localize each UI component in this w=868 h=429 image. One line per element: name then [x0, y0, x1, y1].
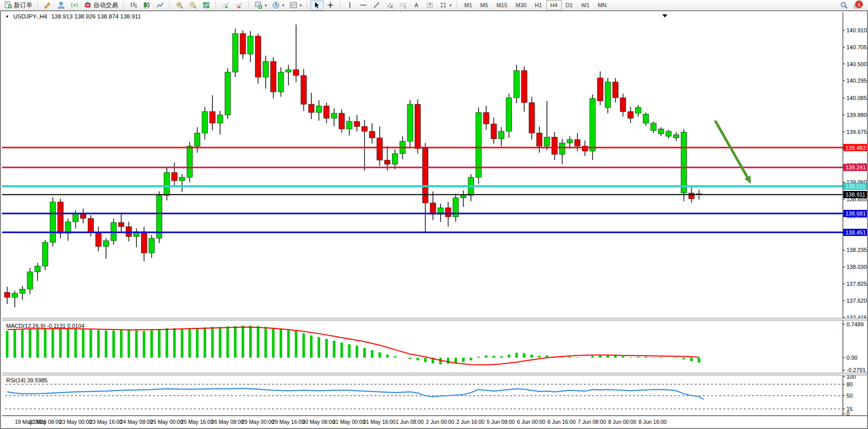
- candle-body[interactable]: [483, 112, 489, 124]
- candle-body[interactable]: [95, 232, 101, 246]
- candle-body[interactable]: [43, 242, 48, 266]
- trendline-button[interactable]: [370, 0, 383, 10]
- annotation-arrow[interactable]: [715, 121, 748, 179]
- candle-body[interactable]: [65, 222, 71, 233]
- crosshair-button[interactable]: [324, 0, 337, 10]
- templates-button[interactable]: ▾: [287, 0, 304, 10]
- fibonacci-button[interactable]: F: [397, 0, 410, 10]
- zoom-in-button[interactable]: [173, 0, 186, 10]
- candle-body[interactable]: [187, 146, 192, 178]
- candle-body[interactable]: [688, 193, 694, 199]
- candle-body[interactable]: [658, 129, 664, 134]
- market-watch-button[interactable]: [54, 0, 68, 10]
- new-order-button[interactable]: 新订单: [2, 0, 35, 10]
- cursor-button[interactable]: [310, 0, 324, 10]
- candle-body[interactable]: [666, 131, 672, 136]
- zoom-out-button[interactable]: [186, 0, 200, 10]
- candle-body[interactable]: [354, 122, 360, 127]
- candle-body[interactable]: [119, 223, 124, 227]
- candle-body[interactable]: [19, 289, 25, 293]
- timeframe-m30-button[interactable]: M30: [511, 0, 530, 10]
- candle-body[interactable]: [301, 75, 306, 104]
- algo-trading-button[interactable]: 自动交易: [81, 0, 121, 10]
- candle-body[interactable]: [613, 82, 618, 98]
- candle-body[interactable]: [172, 172, 177, 181]
- timeframe-mn-button[interactable]: MN: [594, 0, 610, 10]
- candle-body[interactable]: [293, 70, 299, 75]
- candle-body[interactable]: [567, 140, 573, 143]
- candle-body[interactable]: [217, 115, 223, 123]
- candle-body[interactable]: [270, 62, 276, 92]
- text-label-button[interactable]: T: [423, 0, 437, 10]
- candle-body[interactable]: [445, 208, 451, 217]
- candle-body[interactable]: [636, 108, 641, 113]
- price-chart-canvas[interactable]: 140.910140.705140.500140.295140.085139.8…: [1, 11, 867, 428]
- main-panel[interactable]: [2, 14, 843, 307]
- candles-layer[interactable]: [5, 25, 702, 307]
- candle-body[interactable]: [286, 70, 291, 72]
- candle-body[interactable]: [529, 103, 535, 133]
- candle-body[interactable]: [346, 122, 352, 129]
- candle-body[interactable]: [232, 33, 238, 72]
- candle-body[interactable]: [316, 106, 322, 112]
- timeframe-m5-button[interactable]: M5: [476, 0, 492, 10]
- collapse-icon[interactable]: ▼: [5, 14, 9, 19]
- candle-body[interactable]: [339, 113, 345, 129]
- candle-body[interactable]: [362, 126, 367, 131]
- panel-splitter[interactable]: [2, 318, 867, 320]
- profiles-button[interactable]: ▾: [269, 0, 287, 10]
- candle-body[interactable]: [628, 112, 634, 119]
- candle-body[interactable]: [12, 293, 17, 297]
- horizontal-line-button[interactable]: [357, 0, 370, 10]
- notification-button[interactable]: 1: [854, 2, 863, 9]
- bars-chart-button[interactable]: [127, 0, 140, 10]
- timeframe-w1-button[interactable]: W1: [577, 0, 594, 10]
- candle-body[interactable]: [73, 213, 78, 222]
- line-chart-button[interactable]: [153, 0, 167, 10]
- candle-body[interactable]: [674, 134, 679, 138]
- candle-body[interactable]: [407, 104, 413, 141]
- candle-body[interactable]: [141, 231, 147, 253]
- candle-body[interactable]: [210, 112, 215, 123]
- candle-body[interactable]: [377, 138, 383, 160]
- tile-windows-button[interactable]: [200, 0, 213, 10]
- timeframe-h1-button[interactable]: H1: [530, 0, 546, 10]
- candle-body[interactable]: [461, 196, 466, 198]
- candle-body[interactable]: [278, 72, 284, 92]
- signals-button[interactable]: [68, 0, 81, 10]
- candle-body[interactable]: [57, 202, 63, 233]
- candle-body[interactable]: [5, 292, 10, 298]
- channel-button[interactable]: E: [383, 0, 397, 10]
- candle-body[interactable]: [308, 104, 314, 112]
- candle-body[interactable]: [202, 112, 208, 133]
- text-button[interactable]: A: [410, 0, 423, 10]
- candle-body[interactable]: [605, 82, 610, 108]
- candle-body[interactable]: [650, 123, 656, 130]
- candle-body[interactable]: [385, 160, 390, 164]
- candle-body[interactable]: [537, 133, 542, 146]
- auto-scroll-button[interactable]: [219, 0, 232, 10]
- candle-body[interactable]: [430, 203, 436, 214]
- timeframe-d1-button[interactable]: D1: [562, 0, 577, 10]
- candle-body[interactable]: [88, 219, 94, 232]
- candle-body[interactable]: [194, 133, 200, 146]
- chart-shift-marker[interactable]: [662, 14, 667, 17]
- candle-body[interactable]: [324, 106, 329, 118]
- candle-body[interactable]: [643, 114, 648, 123]
- candle-body[interactable]: [248, 36, 253, 54]
- macd-panel[interactable]: [7, 326, 699, 365]
- candle-body[interactable]: [179, 178, 185, 181]
- chart-shift-button[interactable]: [232, 0, 246, 10]
- timeframe-m15-button[interactable]: M15: [492, 0, 511, 10]
- candle-body[interactable]: [575, 140, 580, 146]
- candle-body[interactable]: [35, 266, 41, 272]
- candle-body[interactable]: [514, 70, 519, 98]
- candle-body[interactable]: [331, 113, 337, 119]
- search-button[interactable]: [837, 0, 851, 10]
- candle-body[interactable]: [255, 36, 261, 77]
- timeframe-h4-button[interactable]: H4: [546, 0, 562, 10]
- candle-body[interactable]: [544, 137, 550, 146]
- candle-body[interactable]: [499, 131, 504, 139]
- candle-body[interactable]: [552, 137, 558, 154]
- candle-body[interactable]: [597, 78, 603, 101]
